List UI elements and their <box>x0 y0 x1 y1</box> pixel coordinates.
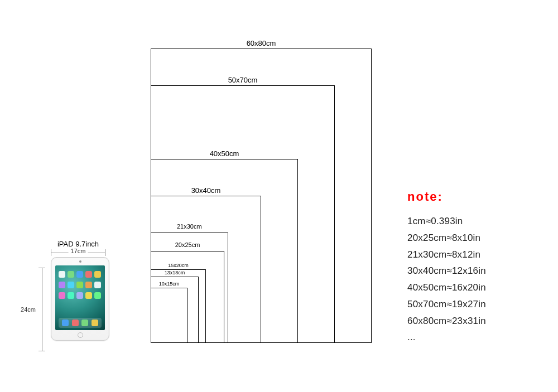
ipad-device-icon <box>51 257 109 341</box>
size-rect-label: 20x25cm <box>174 241 201 248</box>
ipad-reference: iPAD 9.7inch 17cm 24cm <box>36 240 120 341</box>
size-rect-label: 30x40cm <box>190 186 222 195</box>
ipad-title: iPAD 9.7inch <box>36 240 120 248</box>
note-title: note: <box>407 190 536 204</box>
ipad-width-dimension: 17cm <box>51 249 105 256</box>
note-line: 20x25cm≈8x10in <box>407 230 536 246</box>
size-rect-label: 50x70cm <box>227 76 259 84</box>
note-panel: note: 1cm≈0.393in20x25cm≈8x10in21x30cm≈8… <box>407 190 536 346</box>
ipad-height-dimension: 24cm <box>39 268 45 351</box>
size-rect-10x15: 10x15cm <box>151 288 187 343</box>
note-line: 60x80cm≈23x31in <box>407 313 536 330</box>
size-rect-label: 60x80cm <box>246 39 277 47</box>
size-rect-label: 21x30cm <box>176 223 203 230</box>
size-rect-label: 13x18cm <box>163 270 186 275</box>
note-line: 30x40cm≈12x16in <box>407 263 536 279</box>
size-rect-label: 40x50cm <box>209 149 240 158</box>
ipad-width-label: 17cm <box>69 248 88 254</box>
note-line: 1cm≈0.393in <box>407 213 536 230</box>
note-line: 50x70cm≈19x27in <box>407 296 536 313</box>
note-line: ... <box>407 329 536 346</box>
note-line: 21x30cm≈8x12in <box>407 246 536 263</box>
ipad-height-label: 24cm <box>21 306 36 313</box>
size-rect-label: 10x15cm <box>158 281 181 287</box>
size-comparison-rects: 60x80cm50x70cm40x50cm30x40cm21x30cm20x25… <box>151 31 374 343</box>
note-lines: 1cm≈0.393in20x25cm≈8x10in21x30cm≈8x12in3… <box>407 213 536 346</box>
note-line: 40x50cm≈16x20in <box>407 279 536 296</box>
size-rect-label: 15x20cm <box>167 263 190 268</box>
